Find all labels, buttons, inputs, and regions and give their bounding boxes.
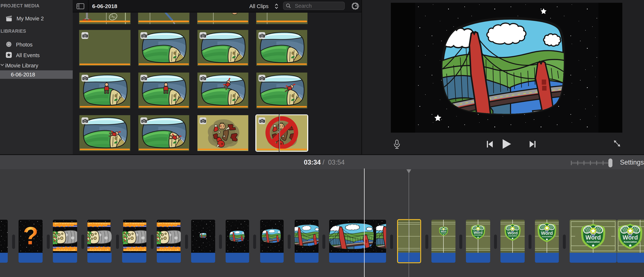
svg-text:?: ? [23, 222, 38, 250]
